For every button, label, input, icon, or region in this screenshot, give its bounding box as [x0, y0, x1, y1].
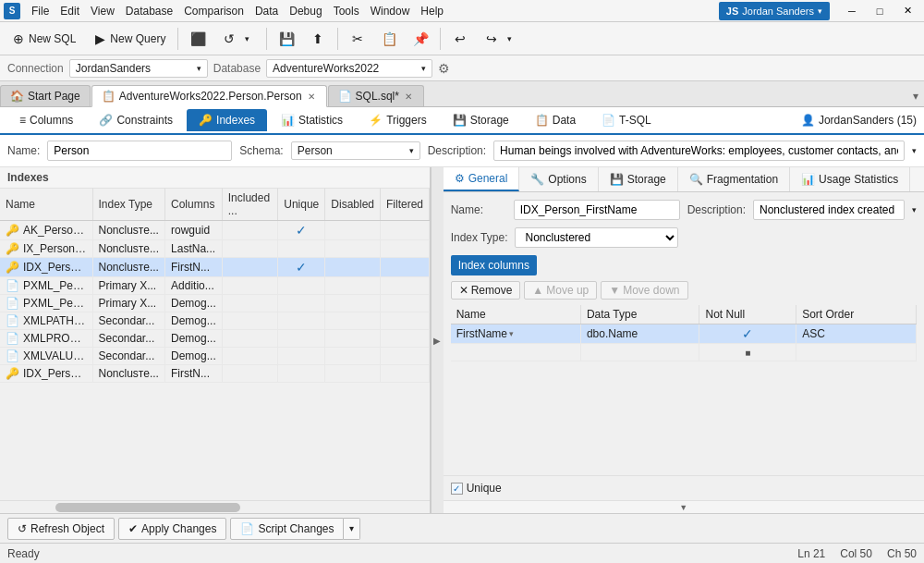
row-included: [222, 295, 278, 312]
detail-tab-usage-stats[interactable]: 📊 Usage Statistics: [790, 167, 910, 191]
detail-index-type-select[interactable]: ClusteredNonclusteredXMLSpatialClustered…: [515, 227, 678, 248]
database-dropdown[interactable]: AdventureWorks2022 ▾: [266, 59, 432, 78]
toolbar-copy-button[interactable]: 📋: [374, 28, 404, 50]
detail-tab-fragmentation[interactable]: 🔍 Fragmentation: [678, 167, 790, 191]
menu-comparison[interactable]: Comparison: [178, 3, 249, 19]
table-row[interactable]: 🔑AK_Person_rowg... Nonclusте... rowguid …: [0, 221, 430, 240]
table-row[interactable]: 🔑IDX_Person_First... Nonclusте... FirstN…: [0, 365, 430, 383]
user-info[interactable]: JS Jordan Sanders ▾: [719, 2, 830, 20]
tab-start[interactable]: 🏠 Start Page: [0, 85, 91, 106]
table-row[interactable]: 📄PXML_Person_De... Primary X... Demog...: [0, 295, 430, 312]
remove-button[interactable]: ✕ Remove: [451, 281, 521, 300]
sub-tab-storage[interactable]: 💾 Storage: [441, 109, 521, 131]
sub-tab-data[interactable]: 📋 Data: [523, 109, 588, 131]
toolbar-redo-button[interactable]: ↪ ▾: [477, 28, 524, 50]
scroll-thumb[interactable]: [55, 503, 240, 512]
desc-input[interactable]: [493, 141, 905, 161]
db-settings-icon[interactable]: ⚙: [438, 61, 450, 76]
col-name-dropdown[interactable]: FirstName ▾: [456, 327, 575, 340]
tab-person[interactable]: 📋 AdventureWorks2022.Person.Person ✕: [91, 85, 327, 107]
undo-icon: ↩: [453, 31, 468, 46]
toolbar-undo-button[interactable]: ↩: [445, 28, 475, 50]
toolbar-cut-button[interactable]: ✂: [343, 28, 372, 50]
tab-sql-close[interactable]: ✕: [403, 92, 414, 102]
unique-check: ✓: [296, 223, 307, 238]
toolbar-save-button[interactable]: 💾: [272, 28, 301, 50]
desc-expand-arrow[interactable]: ▾: [912, 146, 917, 155]
detail-desc-expand[interactable]: ▾: [912, 205, 917, 214]
detail-tab-options-label: Options: [548, 173, 586, 186]
move-up-icon: ▲: [532, 284, 543, 297]
sub-tab-constraints[interactable]: 🔗 Constraints: [87, 109, 185, 131]
indexes-table-scroll[interactable]: Name Index Type Columns Included ... Uni…: [0, 189, 430, 500]
tab-person-close[interactable]: ✕: [306, 92, 317, 102]
detail-tab-options[interactable]: 🔧 Options: [519, 167, 598, 191]
name-input[interactable]: [47, 141, 232, 161]
row-unique: [278, 295, 325, 312]
unique-checkbox-label[interactable]: ✓ Unique: [451, 482, 502, 495]
table-row[interactable]: 📄XMLVALUE_Perso... Secondar... Demog...: [0, 348, 430, 365]
sub-tab-columns[interactable]: ≡ Columns: [7, 109, 85, 131]
menu-view[interactable]: View: [85, 3, 120, 19]
tab-sql[interactable]: 📄 SQL.sql* ✕: [328, 85, 424, 106]
menu-edit[interactable]: Edit: [55, 3, 85, 19]
col-sortorder-header: Sort Order: [796, 305, 917, 324]
col-row-empty[interactable]: ■: [451, 344, 917, 361]
row-icon: 📄: [6, 297, 19, 310]
col-row-firstname[interactable]: FirstName ▾ dbo.Name ✓ ASC: [451, 324, 917, 344]
panel-expand-arrow[interactable]: ▶: [431, 167, 444, 513]
menu-database[interactable]: Database: [120, 3, 178, 19]
connection-value: JordanSanders: [76, 62, 151, 75]
toolbar-paste-button[interactable]: 📌: [406, 28, 435, 50]
menu-file[interactable]: File: [26, 3, 55, 19]
unique-checkbox[interactable]: ✓: [451, 483, 463, 495]
detail-tab-storage[interactable]: 💾 Storage: [599, 167, 678, 191]
sub-tab-statistics[interactable]: 📊 Statistics: [269, 109, 355, 131]
sub-tab-tsql[interactable]: 📄 T-SQL: [590, 109, 663, 131]
new-query-icon: ▶: [92, 31, 107, 46]
row-unique: ✓: [278, 258, 325, 277]
sub-tab-indexes[interactable]: 🔑 Indexes: [187, 109, 267, 131]
move-down-button[interactable]: ▼ Move down: [601, 281, 687, 300]
minimize-button[interactable]: ─: [839, 2, 865, 20]
menu-data[interactable]: Data: [249, 3, 284, 19]
close-button[interactable]: ✕: [894, 2, 920, 20]
tab-overflow[interactable]: ▾: [907, 86, 924, 106]
new-sql-button[interactable]: ⊕ New SQL: [4, 28, 83, 50]
toolbar-btn-3[interactable]: ⬛: [183, 28, 213, 50]
move-up-button[interactable]: ▲ Move up: [524, 281, 597, 300]
schema-dropdown[interactable]: Person ▾: [291, 141, 420, 160]
row-disabled: [325, 258, 381, 277]
detail-content: Name: Description: ▾ Index Type: Cluster…: [444, 192, 924, 475]
maximize-button[interactable]: □: [867, 2, 893, 20]
table-row[interactable]: 📄PXML_Person_Ad... Primary X... Additio.…: [0, 277, 430, 295]
row-name: 📄XMLVALUE_Perso...: [0, 348, 92, 365]
index-columns-header[interactable]: Index columns: [451, 255, 537, 275]
row-name: 🔑IX_Person_LastN...: [0, 240, 92, 258]
connection-label: Connection: [7, 62, 64, 75]
detail-tab-general[interactable]: ⚙ General: [444, 167, 520, 191]
table-row[interactable]: 🔑IX_Person_LastN... Nonclusтe... LastNa.…: [0, 240, 430, 258]
table-row[interactable]: 📄XMLPROPERTY_P... Secondar... Demog...: [0, 330, 430, 348]
table-row[interactable]: 🔑IDX_Person_First... Nonclusте... FirstN…: [0, 258, 430, 277]
unique-check: ✓: [296, 260, 307, 275]
refresh-object-button[interactable]: ↺ Refresh Object: [7, 518, 115, 540]
table-row[interactable]: 📄XMLPATH_Person... Secondar... Demog...: [0, 312, 430, 330]
script-changes-main[interactable]: 📄 Script Changes: [230, 518, 344, 540]
detail-desc-input[interactable]: [753, 200, 905, 220]
connection-dropdown[interactable]: JordanSanders ▾: [69, 59, 208, 78]
menu-help[interactable]: Help: [415, 3, 449, 19]
horiz-scroll[interactable]: [0, 500, 430, 513]
bottom-expand[interactable]: ▼: [444, 500, 924, 513]
new-query-button[interactable]: ▶ New Query: [85, 28, 173, 50]
detail-name-input[interactable]: [514, 200, 680, 220]
menu-window[interactable]: Window: [365, 3, 416, 19]
toolbar-btn-4[interactable]: ↺ ▾: [214, 28, 261, 50]
toolbar-upload-button[interactable]: ⬆: [303, 28, 333, 50]
menu-tools[interactable]: Tools: [328, 3, 365, 19]
menu-debug[interactable]: Debug: [284, 3, 327, 19]
sub-tab-triggers[interactable]: ⚡ Triggers: [357, 109, 439, 131]
apply-changes-button[interactable]: ✔ Apply Changes: [118, 518, 226, 540]
script-changes-dropdown[interactable]: ▾: [344, 518, 360, 540]
sub-tab-statistics-label: Statistics: [298, 114, 343, 127]
